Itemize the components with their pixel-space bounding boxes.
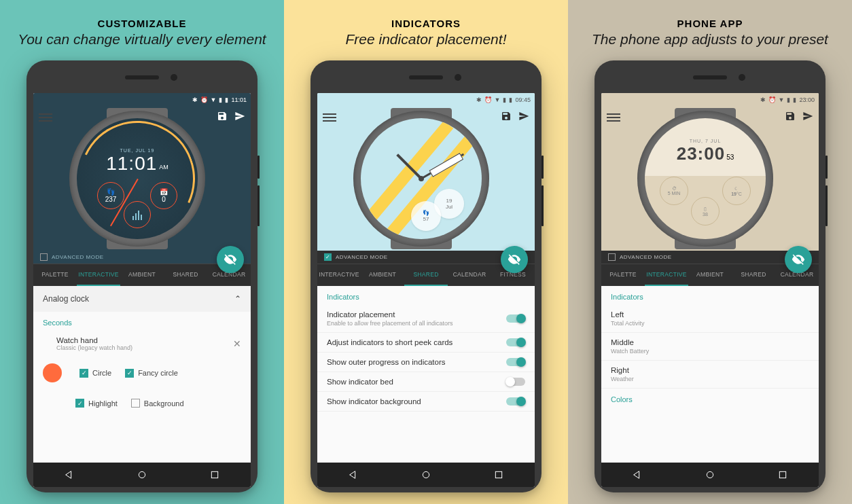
face-seconds: 53 (726, 154, 734, 161)
visibility-fab[interactable] (785, 246, 812, 273)
send-icon[interactable] (802, 111, 813, 122)
indicator-left: ⏱5 MIN (660, 177, 688, 205)
panel-subtitle: You can change virtually every element (18, 31, 266, 48)
toggle[interactable] (506, 378, 525, 386)
alarm-icon: ⏰ (768, 96, 776, 103)
tab-interactive[interactable]: INTERACTIVE (317, 264, 361, 286)
subdial-steps: 👣237 (97, 182, 124, 209)
checkbox-fancy-circle[interactable]: ✓Fancy circle (125, 369, 178, 378)
section-seconds: Seconds (33, 312, 251, 331)
tab-shared[interactable]: SHARED (404, 264, 448, 286)
nav-recent-icon[interactable] (777, 469, 788, 480)
watch-preview[interactable]: THU, 7 JUL 23:0053 ⏱5 MIN ☾19°C ▯38 (637, 111, 773, 247)
advanced-mode-checkbox[interactable] (608, 253, 616, 261)
setting-indicator-background[interactable]: Show indicator background (317, 392, 535, 412)
settings-content: Analog clock ⌃ Seconds Watch hand Classi… (33, 286, 251, 463)
wifi-icon: ▼ (495, 96, 501, 103)
nav-back-icon[interactable] (348, 469, 359, 480)
face-date: THU, 7 JUL (645, 139, 766, 143)
color-swatch[interactable] (43, 363, 62, 382)
settings-content: Indicators LeftTotal Activity MiddleWatc… (601, 286, 819, 463)
tab-shared[interactable]: SHARED (732, 264, 775, 286)
svg-rect-5 (779, 472, 785, 478)
tab-bar: PALETTE INTERACTIVE AMBIENT SHARED CALEN… (33, 264, 251, 286)
tab-ambient[interactable]: AMBIENT (688, 264, 732, 286)
setting-middle[interactable]: MiddleWatch Battery (601, 333, 819, 361)
panel-phone-app: PHONE APP The phone app adjusts to your … (568, 0, 852, 504)
panel-title: CUSTOMIZABLE (98, 18, 187, 29)
tab-palette[interactable]: PALETTE (601, 264, 645, 286)
checkbox-background[interactable]: Background (131, 399, 184, 408)
setting-left[interactable]: LeftTotal Activity (601, 305, 819, 333)
nav-home-icon[interactable] (137, 469, 147, 480)
section-colors: Colors (601, 389, 819, 408)
visibility-fab[interactable] (217, 246, 244, 273)
setting-outer-progress[interactable]: Show outer progress on indicators (317, 353, 535, 372)
setting-right[interactable]: RightWeather (601, 361, 819, 389)
section-indicators: Indicators (317, 286, 535, 305)
svg-point-4 (707, 472, 713, 478)
accordion-analog-clock[interactable]: Analog clock ⌃ (33, 286, 251, 312)
save-icon[interactable] (217, 111, 228, 122)
app-header: ✱ ⏰ ▼ ▮ ▮ 09:45 1 (317, 93, 535, 264)
close-icon[interactable]: ✕ (233, 338, 241, 349)
setting-indicator-placement[interactable]: Indicator placementEnable to allow free … (317, 305, 535, 333)
watch-hand-title: Watch hand (56, 336, 132, 344)
wifi-icon: ▼ (211, 96, 217, 103)
tab-interactive[interactable]: INTERACTIVE (645, 264, 688, 286)
indicator-steps[interactable]: 👣57 (411, 201, 441, 231)
panel-subtitle: Free indicator placement! (346, 31, 507, 48)
nav-recent-icon[interactable] (493, 469, 504, 480)
phone-frame: ✱ ⏰ ▼ ▮ ▮ 23:00 THU, 7 JUL (594, 60, 826, 492)
phone-screen: ✱ ⏰ ▼ ▮ ▮ 09:45 1 (317, 93, 535, 487)
app-header: ✱ ⏰ ▼ ▮ ▮ 23:00 THU, 7 JUL (601, 93, 819, 264)
alarm-icon: ⏰ (200, 96, 208, 103)
nav-home-icon[interactable] (705, 469, 715, 480)
panel-subtitle: The phone app adjusts to your preset (592, 31, 828, 48)
checkbox-highlight[interactable]: ✓Highlight (75, 399, 118, 408)
nav-recent-icon[interactable] (209, 469, 220, 480)
svg-rect-3 (495, 472, 501, 478)
toggle[interactable] (506, 358, 525, 366)
checkbox-circle[interactable]: ✓Circle (79, 369, 111, 378)
watch-hand-row[interactable]: Watch hand Classic (legacy watch hand) ✕ (33, 331, 251, 357)
tab-calendar[interactable]: CALENDAR (448, 264, 491, 286)
advanced-mode-checkbox[interactable] (40, 253, 48, 261)
visibility-fab[interactable] (501, 246, 528, 273)
nav-back-icon[interactable] (632, 469, 643, 480)
battery-icon: ▮ (225, 96, 228, 103)
advanced-mode-checkbox[interactable]: ✓ (324, 253, 332, 261)
nav-home-icon[interactable] (421, 469, 431, 480)
tab-palette[interactable]: PALETTE (33, 264, 77, 286)
toggle[interactable] (506, 314, 525, 323)
panel-title: INDICATORS (391, 18, 461, 29)
tab-interactive[interactable]: INTERACTIVE (77, 264, 120, 286)
hamburger-menu-icon[interactable] (323, 111, 336, 122)
setting-adjust-peek[interactable]: Adjust indicators to short peek cards (317, 333, 535, 353)
phone-screen: ✱ ⏰ ▼ ▮ ▮ 23:00 THU, 7 JUL (601, 93, 819, 487)
svg-point-2 (423, 472, 429, 478)
send-icon[interactable] (234, 111, 245, 122)
send-icon[interactable] (518, 111, 529, 122)
chevron-up-icon: ⌃ (234, 294, 241, 304)
signal-icon: ▮ (787, 96, 790, 103)
tab-shared[interactable]: SHARED (164, 264, 207, 286)
status-bar: ✱ ⏰ ▼ ▮ ▮ 11:01 (33, 93, 251, 107)
hamburger-menu-icon[interactable] (39, 111, 52, 122)
tab-ambient[interactable]: AMBIENT (120, 264, 164, 286)
toggle[interactable] (506, 338, 525, 346)
setting-indicator-bed[interactable]: Show indicator bed (317, 372, 535, 392)
save-icon[interactable] (501, 111, 512, 122)
face-ampm: AM (159, 164, 168, 170)
save-icon[interactable] (785, 111, 796, 122)
watch-preview[interactable]: 19Jul 👣57 (353, 111, 489, 247)
subdial-bars (124, 201, 151, 228)
face-date: TUE, JUL 19 (77, 148, 198, 153)
nav-back-icon[interactable] (64, 469, 75, 480)
watch-preview[interactable]: TUE, JUL 19 11:01AM 👣237 📅0 (69, 111, 205, 247)
hamburger-menu-icon[interactable] (607, 111, 620, 122)
wifi-icon: ▼ (779, 96, 785, 103)
tab-ambient[interactable]: AMBIENT (361, 264, 404, 286)
toggle[interactable] (506, 397, 525, 406)
panel-indicators: INDICATORS Free indicator placement! ✱ ⏰… (284, 0, 568, 504)
